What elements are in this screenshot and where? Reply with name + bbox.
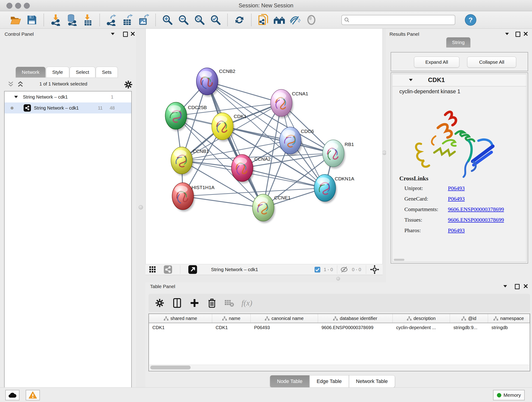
network-node-CCNA2[interactable] (231, 154, 254, 183)
tab-style[interactable]: Style (46, 67, 69, 77)
tab-select[interactable]: Select (70, 67, 95, 77)
results-panel-float-icon[interactable] (515, 32, 520, 37)
open-in-window-icon[interactable] (188, 264, 197, 275)
table-cell[interactable]: 9606.ENSP00000378699 (318, 323, 393, 332)
network-node-CCNA1[interactable] (271, 89, 293, 118)
network-edge-CDK1-RB1[interactable] (222, 126, 333, 153)
table-cell[interactable]: CDK1 (212, 323, 251, 332)
refresh-icon[interactable] (234, 14, 245, 26)
table-cell[interactable]: cyclin-dependent ... (393, 323, 450, 332)
network-row[interactable]: String Network – cdk1 11 48 (5, 102, 131, 114)
show-panel-icon[interactable] (305, 14, 317, 26)
control-panel-menu-icon[interactable] (111, 33, 114, 35)
network-collection-row[interactable]: String Network – cdk1 1 (5, 91, 131, 102)
column-header-database-identifier[interactable]: database identifier (318, 314, 393, 323)
selected-checkbox-icon[interactable] (315, 264, 320, 275)
network-canvas[interactable]: CCNB2CCNA1CDC25BCDK1CDC6RB1CCNB1CCNA2CDK… (146, 29, 383, 264)
results-hscroll-thumb[interactable] (394, 259, 404, 261)
collection-expand-icon[interactable] (14, 96, 18, 98)
toolbar-search (341, 15, 455, 25)
warning-button[interactable] (26, 390, 40, 400)
add-column-icon[interactable] (189, 298, 200, 308)
string-view-icon[interactable] (164, 264, 172, 275)
network-node-CCNB2[interactable] (196, 68, 219, 97)
column-header--id[interactable]: @id (450, 314, 488, 323)
table-settings-gear-icon[interactable] (154, 298, 165, 308)
open-session-icon[interactable] (10, 14, 22, 26)
hide-panel-icon[interactable] (289, 14, 301, 26)
expand-all-button[interactable]: Expand All (414, 57, 459, 68)
table-hscroll-thumb[interactable] (150, 366, 191, 370)
search-input[interactable] (350, 17, 455, 23)
network-node-CCNB1[interactable] (171, 147, 194, 176)
network-node-CCNE1[interactable] (253, 194, 275, 223)
zoom-in-icon[interactable] (162, 14, 173, 26)
tab-node-table[interactable]: Node Table (270, 375, 310, 388)
table-cell[interactable]: stringdb (488, 323, 530, 332)
show-columns-icon[interactable] (172, 298, 182, 308)
import-table-icon[interactable] (82, 14, 94, 26)
tab-network[interactable]: Network (16, 67, 46, 77)
table-panel-float-icon[interactable] (515, 284, 520, 289)
results-panel-close-icon[interactable] (524, 32, 528, 36)
export-table-icon[interactable] (122, 14, 133, 26)
network-options-gear-icon[interactable] (124, 80, 133, 89)
gene-header-row[interactable]: CDK1 (393, 74, 526, 86)
crosslink-value-link[interactable]: P06493 (448, 227, 465, 234)
results-panel-menu-icon[interactable] (505, 33, 509, 35)
table-cell[interactable]: P06493 (251, 323, 318, 332)
column-header-canonical-name[interactable]: canonical name (251, 314, 318, 323)
network-node-RB1[interactable] (323, 140, 345, 169)
bottom-splitter-handle[interactable] (336, 277, 340, 281)
zoom-out-icon[interactable] (177, 14, 190, 26)
column-header-namespace[interactable]: namespace (488, 314, 530, 323)
gene-collapse-icon[interactable] (409, 79, 413, 81)
table-row[interactable]: CDK1CDK1P064939606.ENSP00000378699cyclin… (149, 323, 530, 332)
column-header-name[interactable]: name (212, 314, 251, 323)
save-session-icon[interactable] (26, 14, 38, 26)
import-network-icon[interactable] (50, 14, 62, 26)
cloud-button[interactable] (5, 390, 19, 400)
tab-string[interactable]: String (446, 37, 470, 47)
help-icon[interactable]: ? (465, 14, 476, 26)
right-splitter[interactable] (383, 29, 386, 282)
table-panel-close-icon[interactable] (524, 284, 528, 288)
network-edge-CCNB2-CCNE1[interactable] (207, 81, 263, 208)
column-header-description[interactable]: description (393, 314, 450, 323)
control-panel-float-icon[interactable] (123, 32, 128, 37)
network-node-CDK1[interactable] (212, 113, 234, 142)
control-panel-close-icon[interactable] (131, 32, 135, 36)
table-panel-menu-icon[interactable] (503, 285, 507, 287)
function-builder-icon[interactable]: f(x) (241, 298, 252, 308)
network-node-CDC6[interactable] (279, 127, 302, 156)
zoom-fit-icon[interactable] (194, 14, 206, 26)
delete-column-icon[interactable] (207, 298, 217, 308)
tab-edge-table[interactable]: Edge Table (310, 375, 349, 388)
export-network-icon[interactable] (106, 14, 118, 26)
crosslink-value-link[interactable]: 9606.ENSP00000378699 (448, 217, 504, 223)
grid-view-icon[interactable] (149, 264, 156, 275)
tab-sets[interactable]: Sets (96, 67, 118, 77)
fit-network-crosshair-icon[interactable] (370, 264, 379, 275)
memory-button[interactable]: Memory (493, 390, 525, 400)
tab-network-table[interactable]: Network Table (349, 375, 395, 388)
string-home-icon[interactable] (273, 14, 285, 26)
share-file-icon[interactable] (257, 14, 269, 26)
crosslink-value-link[interactable]: P06493 (448, 196, 465, 202)
hidden-eye-icon[interactable] (340, 264, 348, 275)
table-cell[interactable]: CDK1 (149, 323, 212, 332)
import-database-icon[interactable] (66, 14, 78, 26)
left-splitter-handle[interactable] (139, 205, 143, 210)
column-header-shared-name[interactable]: shared name (149, 314, 212, 323)
crosslink-value-link[interactable]: P06493 (448, 185, 465, 191)
node-label-CDKN1A: CDKN1A (335, 176, 354, 181)
collapse-all-button[interactable]: Collapse All (467, 57, 516, 68)
crosslink-value-link[interactable]: 9606.ENSP00000378699 (448, 206, 504, 212)
zoom-selected-icon[interactable] (210, 14, 222, 26)
network-node-CDKN1A[interactable] (314, 174, 337, 203)
export-image-icon[interactable] (138, 14, 150, 26)
delete-table-icon[interactable] (224, 298, 234, 308)
table-cell[interactable]: stringdb:9... (450, 323, 488, 332)
network-edge-HIST1H1A-CCNE1[interactable] (183, 196, 263, 208)
table-hscrollbar[interactable] (149, 365, 529, 370)
